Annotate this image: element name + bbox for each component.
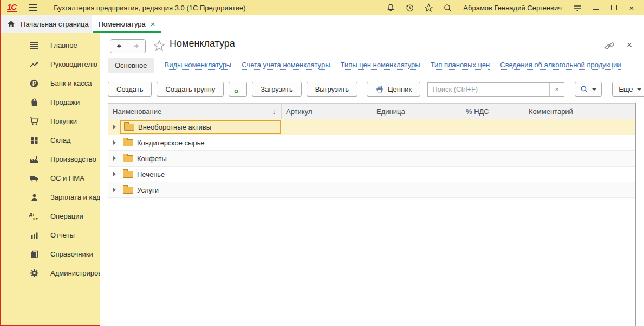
nav-link-main[interactable]: Основное xyxy=(108,58,154,73)
get-link-icon[interactable] xyxy=(604,41,615,52)
tab-home-page[interactable]: Начальная страница xyxy=(0,15,92,33)
expand-triangle-icon[interactable] xyxy=(113,140,116,145)
printer-icon xyxy=(375,85,384,93)
tab-home-label: Начальная страница xyxy=(21,20,89,28)
history-nav-buttons xyxy=(110,39,146,53)
sort-descending-icon[interactable]: ↓ xyxy=(272,107,276,116)
shopping-cart-icon xyxy=(27,116,41,127)
nav-link-price-types[interactable]: Типы цен номенклатуры xyxy=(341,61,420,70)
table-row-group[interactable]: Конфеты xyxy=(108,151,635,167)
window-edge-accent-left xyxy=(0,0,1,326)
tab-bar: Начальная страница Номенклатура × xyxy=(0,15,644,33)
titlebar: 1С Бухгалтерия предприятия, редакция 3.0… xyxy=(0,0,644,15)
chevron-down-icon xyxy=(637,88,641,91)
global-search-icon[interactable] xyxy=(443,3,452,12)
add-to-favorites-star-icon[interactable] xyxy=(153,40,165,53)
nomenclature-form: Номенклатура × Основное Виды номенклатур… xyxy=(100,33,644,326)
search-input[interactable] xyxy=(428,83,549,96)
history-icon[interactable] xyxy=(405,3,414,12)
price-tag-button[interactable]: Ценник xyxy=(367,82,420,97)
application-title: Бухгалтерия предприятия, редакция 3.0 (1… xyxy=(54,4,245,12)
search-settings-button[interactable] xyxy=(575,82,602,97)
chevron-down-icon xyxy=(592,88,596,91)
table-row-group[interactable]: Кондитерское сырье xyxy=(108,135,635,151)
main-menu-icon[interactable] xyxy=(29,4,37,11)
folder-icon xyxy=(123,139,133,146)
nav-link-planned-price-type[interactable]: Тип плановых цен xyxy=(431,61,490,70)
window-maximize-button[interactable] xyxy=(609,3,618,12)
selected-cell: Внеоборотные активы xyxy=(120,120,281,134)
sidebar-item-warehouse[interactable]: Склад xyxy=(0,131,100,150)
nav-link-nomenclature-kinds[interactable]: Виды номенклатуры xyxy=(165,61,232,70)
tab-close-icon[interactable]: × xyxy=(151,20,155,28)
search-field-group: × xyxy=(427,82,564,97)
column-header-unit[interactable]: Единица xyxy=(372,104,461,119)
nav-link-accounting-accounts[interactable]: Счета учета номенклатуры xyxy=(242,61,330,70)
current-user-name[interactable]: Абрамов Геннадий Сергеевич xyxy=(463,4,562,12)
document-plus-icon xyxy=(233,85,242,94)
sidebar-item-sales[interactable]: Продажи xyxy=(0,93,100,112)
expand-triangle-icon[interactable] xyxy=(113,172,116,176)
books-icon xyxy=(27,248,41,260)
column-header-name[interactable]: Наименование ↓ xyxy=(108,104,282,119)
1c-application-window: 1С Бухгалтерия предприятия, редакция 3.0… xyxy=(0,0,644,326)
person-icon xyxy=(27,191,41,203)
svg-text:Кт: Кт xyxy=(33,216,38,221)
debit-credit-icon: Дт Кт xyxy=(27,210,41,222)
back-button[interactable] xyxy=(110,40,128,53)
folder-icon xyxy=(123,187,133,194)
unload-button[interactable]: Выгрузить xyxy=(307,82,357,97)
expand-triangle-icon[interactable] xyxy=(113,125,116,129)
sidebar-item-bank-cash[interactable]: Банк и касса xyxy=(0,74,100,93)
ruble-coin-icon xyxy=(27,78,41,90)
search-clear-icon[interactable]: × xyxy=(549,83,564,96)
service-menu-icon[interactable] xyxy=(573,3,582,12)
list-toolbar: Создать Создать группу Загрузить Выгрузи… xyxy=(108,82,644,97)
home-icon xyxy=(7,20,15,28)
1c-logo: 1С xyxy=(7,3,17,12)
table-row-group[interactable]: Внеоборотные активы xyxy=(108,119,635,135)
sidebar-item-main[interactable]: Главное xyxy=(0,36,100,55)
page-title: Номенклатура xyxy=(170,38,235,49)
bar-chart-icon xyxy=(27,229,41,241)
sidebar-item-manager[interactable]: Руководителю xyxy=(0,55,100,74)
load-button[interactable]: Загрузить xyxy=(252,82,301,97)
nav-link-alcohol-info[interactable]: Сведения об алкогольной продукции xyxy=(500,61,621,70)
sidebar-item-production[interactable]: Производство xyxy=(0,150,100,169)
create-button[interactable]: Создать xyxy=(108,82,152,97)
tab-nomenclature[interactable]: Номенклатура × xyxy=(93,15,161,33)
window-minimize-button[interactable] xyxy=(591,3,600,12)
warehouse-grid-icon xyxy=(27,135,41,146)
trend-chart-icon xyxy=(27,59,41,71)
menu-lines-icon xyxy=(27,40,41,52)
table-header-row: Наименование ↓ Артикул Единица % НДС Ком… xyxy=(108,103,635,119)
create-by-copy-button[interactable] xyxy=(229,82,247,97)
notifications-bell-icon[interactable] xyxy=(386,3,395,12)
forward-button[interactable] xyxy=(128,40,146,53)
search-icon xyxy=(580,85,588,93)
form-navigation-links: Основное Виды номенклатуры Счета учета н… xyxy=(108,57,621,73)
folder-icon xyxy=(124,124,134,131)
sections-sidebar: Главное Руководителю Банк и касса Продаж… xyxy=(0,33,100,326)
expand-triangle-icon[interactable] xyxy=(113,156,116,161)
sidebar-item-reports[interactable]: Отчеты xyxy=(0,226,100,245)
column-header-comment[interactable]: Комментарий xyxy=(524,104,635,119)
create-group-button[interactable]: Создать группу xyxy=(157,82,224,97)
folder-icon xyxy=(123,155,133,162)
form-close-icon[interactable]: × xyxy=(627,40,632,50)
sidebar-item-salary-hr[interactable]: Зарплата и кадры xyxy=(0,188,100,207)
column-header-vat[interactable]: % НДС xyxy=(461,104,524,119)
sidebar-item-references[interactable]: Справочники xyxy=(0,245,100,264)
table-row-group[interactable]: Печенье xyxy=(108,167,635,182)
sidebar-item-purchases[interactable]: Покупки xyxy=(0,112,100,131)
nomenclature-table: Наименование ↓ Артикул Единица % НДС Ком… xyxy=(108,103,636,326)
expand-triangle-icon[interactable] xyxy=(113,188,116,192)
more-actions-button[interactable]: Еще xyxy=(612,82,644,97)
favorites-star-icon[interactable] xyxy=(424,3,433,12)
sidebar-item-fixed-assets[interactable]: ОС и НМА xyxy=(0,169,100,188)
window-close-button[interactable]: × xyxy=(627,3,636,12)
sidebar-item-administration[interactable]: Администрирование xyxy=(0,264,100,283)
sidebar-item-operations[interactable]: Дт Кт Операции xyxy=(0,207,100,226)
column-header-article[interactable]: Артикул xyxy=(282,104,372,119)
table-row-group[interactable]: Услуги xyxy=(108,182,635,198)
